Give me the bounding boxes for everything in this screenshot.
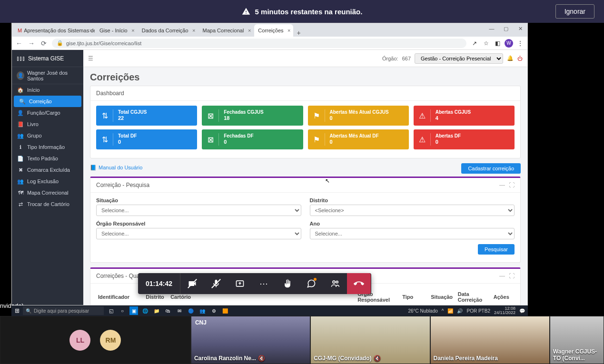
manual-link[interactable]: 📘 Manual do Usuário bbox=[90, 165, 142, 171]
clock[interactable]: 12:08 24/11/2022 bbox=[494, 306, 515, 315]
address-bar[interactable]: 🔒 gise.tjto.jus.br/Gise/correicao/list bbox=[52, 39, 466, 48]
chat-button[interactable] bbox=[299, 273, 323, 294]
close-icon[interactable]: × bbox=[248, 28, 251, 33]
teams-icon[interactable]: 👥 bbox=[198, 306, 207, 315]
share-icon[interactable]: ↗ bbox=[470, 39, 479, 48]
mic-button[interactable] bbox=[204, 273, 228, 294]
video-tile[interactable]: Wagner CGJUS-TO (Convi... bbox=[550, 316, 604, 364]
share-button[interactable] bbox=[228, 273, 252, 294]
tab-2[interactable]: Dados da Correição× bbox=[138, 24, 198, 37]
profile-avatar[interactable]: W bbox=[505, 39, 513, 48]
tab-0[interactable]: MApresentação dos Sistemas de I× bbox=[14, 24, 95, 37]
dashboard-card[interactable]: ⇅Total CGJUS22 bbox=[96, 106, 197, 126]
dashboard-card[interactable]: ⚠Abertas DF0 bbox=[414, 129, 515, 149]
leave-button[interactable] bbox=[347, 273, 371, 294]
start-button[interactable]: ⊞ bbox=[11, 307, 23, 314]
sidebar-item[interactable]: 🏠Início bbox=[12, 84, 83, 96]
close-icon[interactable]: × bbox=[131, 28, 134, 33]
maximize-icon[interactable]: ▢ bbox=[499, 23, 513, 34]
sidebar-item[interactable]: ✖Comarca Excluída bbox=[12, 164, 83, 176]
volume-icon[interactable]: 🔊 bbox=[457, 308, 463, 314]
app-icon[interactable]: 🟧 bbox=[221, 306, 229, 315]
video-tile[interactable]: Daniela Pereira Madeira bbox=[430, 316, 550, 364]
app-icon[interactable]: ▣ bbox=[129, 306, 138, 315]
video-tile[interactable]: CGJ-MG (Convidado) 🔇 bbox=[310, 316, 430, 364]
star-icon[interactable]: ☆ bbox=[482, 39, 490, 48]
back-icon[interactable]: ← bbox=[15, 39, 23, 47]
minimize-icon[interactable]: — bbox=[485, 23, 499, 34]
user-name: Wagner José dos Santos bbox=[27, 70, 79, 81]
situacao-select[interactable]: Selecione... bbox=[96, 205, 301, 216]
menu-icon[interactable]: ⋮ bbox=[516, 39, 525, 48]
more-button[interactable]: ⋯ bbox=[252, 273, 276, 294]
sidebar-item[interactable]: ⇄Trocar de Cartório bbox=[12, 198, 83, 210]
sidebar-item[interactable]: ℹTipo Informação bbox=[12, 141, 83, 153]
raise-hand-button[interactable] bbox=[276, 273, 299, 294]
dashboard-card[interactable]: ⇅Total DF0 bbox=[96, 129, 197, 149]
collapse-icon[interactable]: — bbox=[499, 182, 505, 188]
brand-label: Sistema GISE bbox=[28, 55, 64, 62]
sidebar-item[interactable]: 📄Texto Padrão bbox=[12, 153, 83, 164]
explorer-icon[interactable]: 📁 bbox=[152, 306, 161, 315]
sidebar-item[interactable]: 🗺Mapa Correcional bbox=[12, 187, 83, 198]
power-icon[interactable]: ⏻ bbox=[517, 56, 523, 61]
sidebar-icon: 👥 bbox=[18, 133, 23, 139]
expand-icon[interactable]: ⛶ bbox=[509, 182, 515, 188]
gestao-dropdown[interactable]: Gestão - Correição Presencial bbox=[415, 53, 503, 64]
dashboard-card[interactable]: ⊠Fechadas DF0 bbox=[202, 129, 303, 149]
pesquisar-button[interactable]: Pesquisar bbox=[478, 244, 515, 255]
hamburger-icon[interactable]: ☰ bbox=[88, 55, 93, 62]
dashboard-card[interactable]: ⚠Abertas CGJUS4 bbox=[414, 106, 515, 126]
taskview-icon[interactable]: ◱ bbox=[107, 306, 115, 315]
new-tab-button[interactable]: + bbox=[294, 29, 304, 37]
close-window-icon[interactable]: ✕ bbox=[513, 23, 527, 34]
forward-icon[interactable]: → bbox=[27, 39, 36, 47]
taskbar-search[interactable]: 🔍 Digite aqui para pesquisar bbox=[23, 306, 104, 315]
mail-icon[interactable]: ✉ bbox=[175, 306, 184, 315]
page-title: Correições bbox=[90, 72, 521, 83]
ext-icon[interactable]: ◧ bbox=[493, 39, 502, 48]
people-button[interactable] bbox=[323, 273, 347, 294]
ano-select[interactable]: Selecione... bbox=[310, 228, 515, 239]
close-icon[interactable]: × bbox=[89, 28, 92, 33]
sidebar-item[interactable]: 👥Log Exclusão bbox=[12, 176, 83, 187]
close-icon[interactable]: × bbox=[287, 28, 290, 33]
distrito-select[interactable]: <Selecione> bbox=[310, 205, 515, 216]
sidebar-item[interactable]: 🔍Correição bbox=[14, 96, 81, 107]
video-tile[interactable]: CNJ Carolina Ranzolin Ne... 🔇 bbox=[191, 316, 310, 364]
lang[interactable]: POR PTB2 bbox=[466, 308, 490, 314]
chrome-icon[interactable]: 🔵 bbox=[187, 306, 195, 315]
bell-icon[interactable]: 🔔 bbox=[507, 55, 514, 61]
notifications-icon[interactable]: 💬 bbox=[519, 308, 525, 314]
dashboard-card[interactable]: ⚑Abertas Mês Atual DF0 bbox=[308, 129, 409, 149]
edge-icon[interactable]: 🌐 bbox=[141, 306, 149, 315]
sidebar-item[interactable]: 📕Livro bbox=[12, 118, 83, 130]
tab-3[interactable]: Mapa Correcional× bbox=[199, 24, 254, 37]
expand-icon[interactable]: ⛶ bbox=[509, 273, 515, 279]
close-icon[interactable]: × bbox=[192, 28, 195, 33]
dashboard-card[interactable]: ⊠Fechadas CGJUS18 bbox=[202, 106, 303, 126]
cadastrar-button[interactable]: Cadastrar correição bbox=[461, 163, 521, 174]
weather[interactable]: 26°C Nublado bbox=[408, 308, 437, 314]
sidebar-label: Início bbox=[27, 87, 40, 93]
ignore-button[interactable]: Ignorar bbox=[555, 4, 594, 19]
cortana-icon[interactable]: ○ bbox=[118, 306, 127, 315]
orgao-select[interactable]: Selecione... bbox=[96, 228, 301, 239]
collapse-icon[interactable]: — bbox=[499, 273, 505, 279]
tab-1[interactable]: Gise - Início× bbox=[96, 24, 137, 37]
sidebar-icon: 👤 bbox=[18, 110, 23, 116]
settings-icon[interactable]: ⚙ bbox=[209, 306, 218, 315]
camera-button[interactable] bbox=[180, 273, 204, 294]
tab-4-active[interactable]: Correições× bbox=[254, 24, 293, 37]
sidebar-label: Comarca Excluída bbox=[27, 167, 70, 173]
tray-up-icon[interactable]: ^ bbox=[442, 308, 444, 314]
network-icon[interactable]: 📶 bbox=[447, 308, 453, 314]
dashboard-card[interactable]: ⚑Abertas Mês Atual CGJUS0 bbox=[308, 106, 409, 126]
sidebar-item[interactable]: 👤Função/Cargo bbox=[12, 107, 83, 118]
reload-icon[interactable]: ⟳ bbox=[40, 39, 48, 47]
sidebar-user[interactable]: 👤 Wagner José dos Santos bbox=[12, 67, 83, 84]
sidebar-item[interactable]: 👥Grupo bbox=[12, 130, 83, 141]
video-tile-avatars[interactable]: LL RM bbox=[0, 316, 191, 364]
store-icon[interactable]: 🛍 bbox=[164, 306, 172, 315]
chrome-extensions: ↗ ☆ ◧ W ⋮ bbox=[470, 39, 525, 48]
